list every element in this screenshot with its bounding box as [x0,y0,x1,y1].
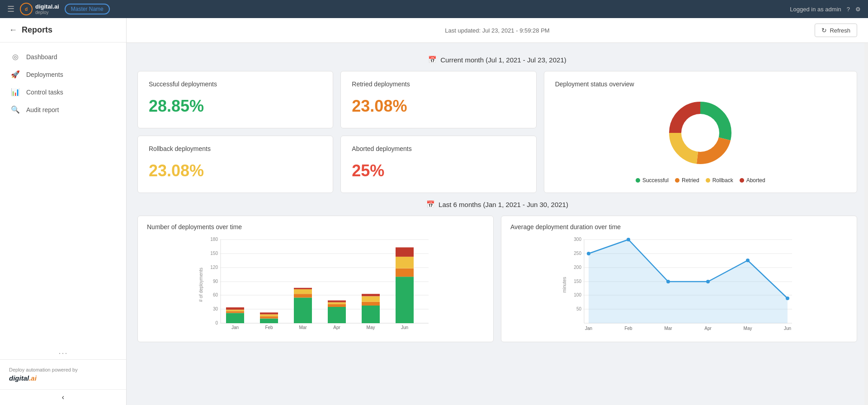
bar-jun-aborted [396,247,414,257]
donut-title: Deployment status overview [555,80,634,88]
legend-label-retried: Retried [682,177,699,184]
svg-text:120: 120 [210,265,218,270]
back-arrow[interactable]: ← [9,25,17,35]
sidebar-item-label-dashboard: Dashboard [26,53,57,61]
legend-dot-successful [636,178,640,183]
metric-label-aborted: Aborted deployments [352,145,525,152]
sidebar-nav: ◎ Dashboard 🚀 Deployments 📊 Control task… [0,42,126,348]
metrics-row: Successful deployments 28.85% Retried de… [137,71,857,193]
sidebar-item-control-tasks[interactable]: 📊 Control tasks [0,83,126,101]
footer-logo: digital.ai [9,374,117,382]
bar-may-retried [362,302,380,306]
svg-text:Feb: Feb [265,325,273,330]
bar-jun-retried [396,268,414,277]
metric-value-successful: 28.85% [149,97,322,116]
current-month-header: 📅 Current month (Jul 1, 2021 - Jul 23, 2… [137,56,857,64]
sidebar-title: Reports [22,25,52,35]
current-month-calendar-icon: 📅 [428,56,437,64]
svg-text:0: 0 [215,320,218,325]
logo-sub: deploy [35,10,59,15]
sidebar-item-audit-report[interactable]: 🔍 Audit report [0,101,126,118]
legend-aborted: Aborted [740,177,765,184]
svg-text:Mar: Mar [664,326,672,331]
bar-feb-successful [260,319,278,323]
legend-retried: Retried [675,177,699,184]
svg-text:Mar: Mar [299,325,307,330]
refresh-label: Refresh [830,27,850,34]
help-icon[interactable]: ? [847,6,850,13]
legend-dot-rollback [706,178,710,183]
sidebar: ← Reports ◎ Dashboard 🚀 Deployments 📊 Co… [0,18,127,405]
bar-apr-successful [328,307,346,323]
svg-text:May: May [367,325,375,330]
svg-text:Jun: Jun [401,325,408,330]
bar-jan-retried [226,311,244,313]
svg-text:100: 100 [574,292,581,297]
svg-point-4 [681,114,719,152]
data-point-1 [587,252,590,255]
sidebar-item-dashboard[interactable]: ◎ Dashboard [0,48,126,66]
settings-icon[interactable]: ⚙ [855,6,861,13]
svg-text:Jan: Jan [231,325,239,330]
bar-chart-svg: # of deployments 0 30 60 [147,235,484,334]
svg-text:300: 300 [574,237,581,242]
legend-rollback: Rollback [706,177,733,184]
bar-feb-aborted [260,312,278,314]
line-chart-svg: minutes 50 100 [510,235,848,334]
svg-text:# of deployments: # of deployments [198,268,203,302]
hamburger-menu[interactable]: ☰ [7,4,14,14]
bar-mar-aborted [294,288,312,289]
logo-brand: digital.ai [35,3,59,10]
refresh-icon: ↻ [821,27,827,34]
last-6-months-title: Last 6 months (Jan 1, 2021 - Jun 30, 202… [439,201,568,208]
refresh-button[interactable]: ↻ Refresh [815,24,857,37]
svg-text:Apr: Apr [704,326,712,331]
logo-icon: d [20,3,33,15]
donut-legend: Successful Retried Rollback Aborted [636,177,765,184]
line-chart-card: Average deployment duration over time mi… [501,216,857,342]
metric-value-rollback: 23.08% [149,161,322,180]
sidebar-item-label-audit-report: Audit report [26,106,59,113]
svg-text:150: 150 [210,251,218,256]
charts-grid: Number of deployments over time # of dep… [137,216,857,342]
sidebar-item-label-deployments: Deployments [26,71,63,78]
line-chart-area: minutes 50 100 [510,235,848,334]
bar-may-rollback [362,296,380,301]
data-point-3 [666,280,670,283]
legend-dot-retried [675,178,679,183]
bar-jan-successful [226,313,244,323]
metric-value-retried: 23.08% [352,97,525,116]
logo: d digital.ai deploy [20,3,59,15]
bar-jan-rollback [226,310,244,311]
sidebar-collapse-dots[interactable]: ⋮ [58,349,69,359]
sidebar-item-deployments[interactable]: 🚀 Deployments [0,66,126,83]
scrollbar-track[interactable] [864,0,868,405]
svg-text:50: 50 [576,306,582,311]
svg-text:30: 30 [213,306,218,311]
svg-text:Apr: Apr [333,325,340,330]
sidebar-collapse-btn[interactable]: ‹ [0,389,126,405]
data-point-4 [706,280,710,283]
svg-text:Jan: Jan [585,326,592,331]
svg-text:200: 200 [574,265,581,270]
bar-may-aborted [362,294,380,296]
data-point-6 [786,297,789,300]
last-6-months-calendar-icon: 📅 [426,200,435,208]
logged-in-text: Logged in as admin [790,6,841,13]
bar-apr-retried [328,304,346,307]
sidebar-item-label-control-tasks: Control tasks [26,89,63,96]
sidebar-footer: Deploy automation powered by digital.ai [0,359,126,389]
svg-text:Feb: Feb [624,326,632,331]
bar-feb-retried [260,316,278,319]
deployments-icon: 🚀 [11,70,20,79]
bar-apr-rollback [328,302,346,304]
bar-chart-card: Number of deployments over time # of dep… [137,216,494,342]
bar-mar-successful [294,297,312,323]
legend-successful: Successful [636,177,669,184]
metric-card-aborted: Aborted deployments 25% [340,136,536,193]
master-name-button[interactable]: Master Name [65,4,110,14]
footer-text: Deploy automation powered by [9,367,117,372]
bar-chart-area: # of deployments 0 30 60 [147,235,484,334]
nav-right: Logged in as admin ? ⚙ [790,6,861,13]
bar-may-successful [362,306,380,323]
